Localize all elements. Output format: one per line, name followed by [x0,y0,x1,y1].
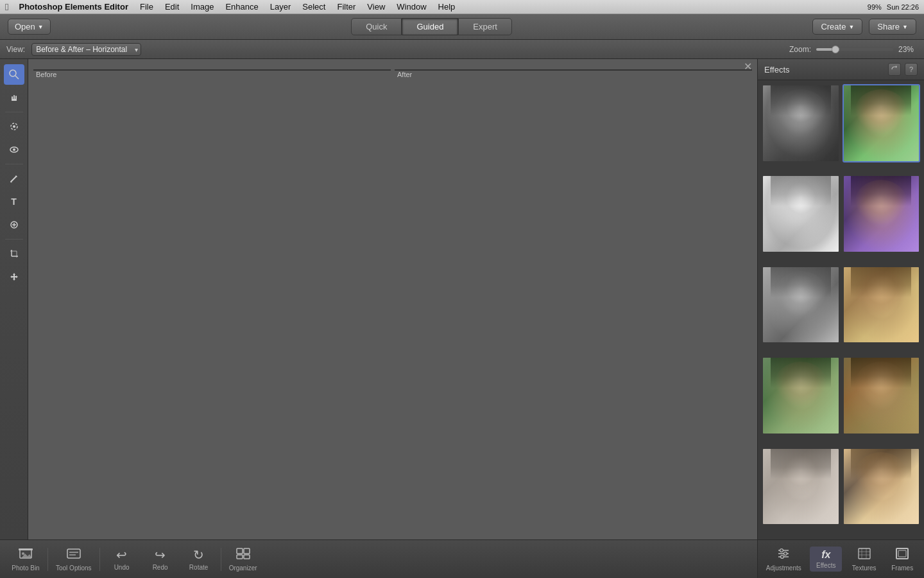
menu-help[interactable]: Help [433,1,461,13]
tab-quick[interactable]: Quick [351,18,402,35]
effect-green-tint[interactable] [762,356,840,435]
tool-options-label: Tool Options [56,565,92,572]
tool-brush[interactable] [4,168,24,189]
effects-bottom-bar: Adjustments fx Effects Textures [757,539,924,578]
close-button[interactable]: ✕ [742,60,753,72]
tool-move[interactable] [4,267,24,287]
bottom-separator-2 [99,548,100,571]
redo-button[interactable]: ↪ Redo [141,545,180,574]
svg-point-7 [13,125,15,128]
toolbar-right: Create ▼ Share ▼ [812,19,916,35]
menubar-right: 99% Sun 22:26 [868,3,919,11]
textures-button[interactable]: Textures [848,545,880,574]
apple-icon:  [5,1,8,12]
adjustments-button[interactable]: Adjustments [764,545,804,574]
tab-guided[interactable]: Guided [402,18,458,35]
effects-fx-button[interactable]: fx Effects [810,547,842,572]
menu-view[interactable]: View [362,1,390,13]
brush-icon [9,173,19,184]
tool-zoom[interactable] [4,64,24,85]
svg-line-10 [11,177,16,182]
photo-bin-button[interactable]: Photo Bin [6,545,45,574]
effects-panel: Effects ? [757,59,924,539]
frames-icon [895,547,909,563]
mode-tabs: Quick Guided Expert [351,18,512,35]
zoom-label: Zoom: [789,45,811,54]
menu-edit[interactable]: Edit [160,1,184,13]
spot-heal-icon [9,220,19,230]
svg-point-23 [22,552,24,555]
open-button[interactable]: Open ▼ [8,19,51,35]
refresh-icon [891,66,898,73]
effect-grayscale[interactable] [762,84,840,162]
effect-soft-gray-img [763,267,839,343]
svg-rect-25 [67,549,80,558]
effects-icon-help[interactable]: ? [905,63,918,76]
tool-eye[interactable] [4,139,24,160]
effects-fx-icon: fx [821,549,830,561]
adjustments-icon [776,547,791,563]
effect-light-gray[interactable] [762,448,840,526]
menu-window[interactable]: Window [391,1,431,13]
menubar:  Photoshop Elements Editor File Edit Im… [0,0,924,14]
menu-select[interactable]: Select [297,1,330,13]
share-button[interactable]: Share ▼ [869,19,916,35]
view-select[interactable]: Before & After – Horizontal Before & Aft… [31,43,141,56]
before-label: Before [36,71,56,78]
share-chevron-icon: ▼ [902,24,908,30]
undo-button[interactable]: ↩ Undo [103,545,141,574]
tool-text[interactable]: T [4,191,24,212]
canvas-area: ✕ Before After [28,59,757,539]
create-button[interactable]: Create ▼ [812,19,862,35]
organizer-button[interactable]: Organizer [224,545,262,574]
zoom-slider[interactable] [816,48,893,51]
effect-warm-green[interactable] [843,356,921,435]
effect-purple[interactable] [843,175,921,253]
svg-point-37 [781,555,784,558]
tab-expert[interactable]: Expert [458,18,512,35]
view-label: View: [6,45,25,54]
svg-rect-38 [859,548,870,559]
tool-crop[interactable] [4,243,24,264]
organizer-icon [236,547,250,563]
battery-status: 99% [868,3,882,11]
menu-filter[interactable]: Filter [332,1,361,13]
tool-hand[interactable] [4,87,24,108]
menu-enhance[interactable]: Enhance [220,1,263,13]
rotate-label: Rotate [189,564,208,571]
effect-soft-gray[interactable] [762,266,840,344]
undo-label: Undo [114,564,130,571]
effects-icon-refresh[interactable] [888,63,901,76]
after-panel: After [395,69,752,534]
main-toolbar: Open ▼ Quick Guided Expert Create ▼ Shar… [0,14,924,40]
rotate-button[interactable]: ↻ Rotate [180,545,218,574]
effect-green-tint-img [763,358,839,434]
effect-purple-img [844,176,920,252]
menu-app-name[interactable]: Photoshop Elements Editor [13,1,133,13]
after-image [395,69,752,71]
before-panel: Before [33,69,391,534]
zoom-value: 23% [898,45,918,54]
rotate-icon: ↻ [193,547,204,563]
frames-svg [895,547,909,560]
tool-options-button[interactable]: Tool Options [51,545,97,574]
tool-options-svg [67,547,81,560]
effect-sepia[interactable] [843,266,921,344]
svg-rect-28 [237,548,243,554]
menu-layer[interactable]: Layer [265,1,296,13]
redo-icon: ↪ [155,547,166,563]
effect-sketch[interactable] [762,175,840,253]
svg-rect-44 [898,550,906,557]
organizer-svg [236,547,250,560]
tool-quick-selection[interactable] [4,116,24,137]
effect-grayscale-img [763,85,839,161]
menu-image[interactable]: Image [185,1,219,13]
effect-color-pop[interactable] [843,84,921,162]
menu-file[interactable]: File [135,1,158,13]
textures-svg [857,547,871,560]
effect-warm-green-img [844,358,920,434]
effect-warm-sepia[interactable] [843,448,921,526]
tool-spot-heal[interactable] [4,215,24,235]
frames-button[interactable]: Frames [886,545,918,574]
view-select-wrapper: Before & After – Horizontal Before & Aft… [31,43,141,56]
